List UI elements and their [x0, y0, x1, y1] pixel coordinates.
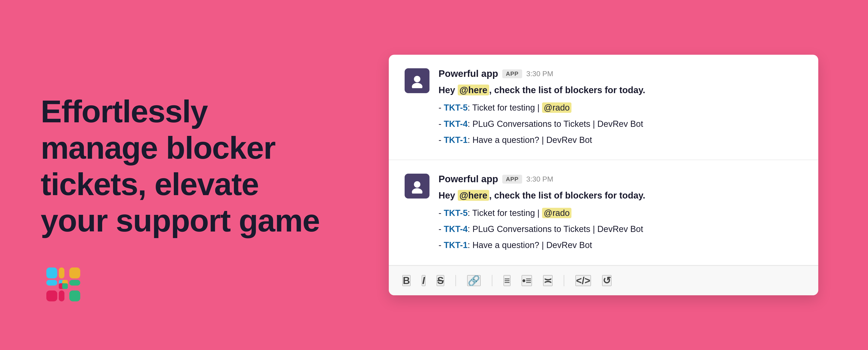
ticket-item-1-2: - TKT-4: PLuG Conversations to Tickets |…: [438, 118, 802, 130]
svg-rect-4: [46, 291, 57, 301]
ticket-link-tkt1-1[interactable]: TKT-1: [444, 135, 468, 145]
message-block-2: Powerful app APP 3:30 PM Hey @here, chec…: [389, 160, 818, 265]
svg-rect-11: [62, 283, 68, 289]
svg-point-12: [414, 76, 421, 82]
after-here-1: , check the list of blockers for today.: [489, 85, 645, 95]
slack-logo: [41, 260, 90, 309]
code-button[interactable]: </>: [576, 275, 591, 286]
message-text-1: Hey @here, check the list of blockers fo…: [438, 84, 802, 96]
app-badge-2: APP: [502, 175, 522, 183]
unordered-list-button[interactable]: •≡: [522, 275, 532, 286]
timestamp-1: 3:30 PM: [526, 70, 553, 78]
greeting-2: Hey: [438, 191, 458, 200]
message-text-2: Hey @here, check the list of blockers fo…: [438, 189, 802, 202]
sender-name-1: Powerful app: [438, 68, 498, 79]
svg-point-13: [412, 83, 423, 88]
ticket-prefix: -: [438, 103, 444, 112]
right-panel: Powerful app APP 3:30 PM Hey @here, chec…: [362, 0, 868, 350]
toolbar-separator-2: [492, 275, 492, 286]
indent-button[interactable]: ≍: [543, 275, 553, 286]
ticket-text-2: : PLuG Conversations to Tickets | DevRev…: [468, 119, 643, 129]
after-here-2: , check the list of blockers for today.: [489, 191, 645, 200]
ordered-list-button[interactable]: ≡: [504, 275, 510, 286]
ticket-list-1: - TKT-5: Ticket for testing | @rado - TK…: [438, 102, 802, 146]
ticket-link-tkt1-2[interactable]: TKT-1: [444, 240, 468, 250]
undo-button[interactable]: ↺: [602, 275, 612, 286]
ticket-text-5: : PLuG Conversations to Tickets | DevRev…: [468, 224, 643, 234]
message-content-1: Powerful app APP 3:30 PM Hey @here, chec…: [438, 68, 802, 146]
left-panel: Effortlessly manage blocker tickets, ele…: [0, 0, 362, 350]
ticket-item-2-1: - TKT-5: Ticket for testing | @rado: [438, 207, 802, 219]
greeting-1: Hey: [438, 85, 458, 95]
link-button[interactable]: 🔗: [467, 275, 480, 286]
ticket-link-tkt5-2[interactable]: TKT-5: [444, 208, 468, 218]
bold-button[interactable]: B: [402, 275, 410, 286]
headline: Effortlessly manage blocker tickets, ele…: [41, 93, 321, 239]
ticket-prefix: -: [438, 208, 444, 218]
message-content-2: Powerful app APP 3:30 PM Hey @here, chec…: [438, 174, 802, 252]
svg-rect-1: [46, 280, 57, 286]
ticket-item-1-1: - TKT-5: Ticket for testing | @rado: [438, 102, 802, 114]
editor-toolbar: B I S 🔗 ≡ •≡ ≍ </> ↺: [389, 265, 818, 295]
ticket-text-1: : Ticket for testing |: [468, 103, 542, 112]
avatar-1: [405, 68, 430, 93]
message-header-1: Powerful app APP 3:30 PM: [438, 68, 802, 79]
svg-rect-6: [69, 280, 80, 286]
ticket-list-2: - TKT-5: Ticket for testing | @rado - TK…: [438, 207, 802, 252]
italic-button[interactable]: I: [422, 275, 426, 286]
svg-point-14: [414, 181, 421, 188]
ticket-text-6: : Have a question? | DevRev Bot: [468, 240, 592, 250]
toolbar-separator-3: [564, 275, 564, 286]
strikethrough-button[interactable]: S: [437, 275, 444, 286]
ticket-link-tkt4-2[interactable]: TKT-4: [444, 224, 468, 234]
here-mention-2: @here: [458, 190, 489, 201]
ticket-link-tkt5-1[interactable]: TKT-5: [444, 103, 468, 112]
ticket-prefix: -: [438, 135, 444, 145]
avatar-2: [405, 174, 430, 199]
rado-mention-2: @rado: [542, 208, 572, 218]
rado-mention-1: @rado: [542, 103, 572, 113]
ticket-link-tkt4-1[interactable]: TKT-4: [444, 119, 468, 129]
ticket-prefix: -: [438, 224, 444, 234]
ticket-prefix: -: [438, 119, 444, 129]
ticket-prefix: -: [438, 240, 444, 250]
timestamp-2: 3:30 PM: [526, 175, 553, 183]
svg-rect-5: [59, 291, 64, 301]
ticket-item-1-3: - TKT-1: Have a question? | DevRev Bot: [438, 134, 802, 146]
app-badge-1: APP: [502, 69, 522, 78]
svg-rect-7: [69, 291, 80, 301]
message-block-1: Powerful app APP 3:30 PM Hey @here, chec…: [389, 55, 818, 160]
chat-container: Powerful app APP 3:30 PM Hey @here, chec…: [389, 55, 818, 295]
sender-name-2: Powerful app: [438, 174, 498, 184]
ticket-text-4: : Ticket for testing |: [468, 208, 542, 218]
svg-point-15: [412, 188, 423, 193]
toolbar-separator-1: [456, 275, 456, 286]
ticket-item-2-3: - TKT-1: Have a question? | DevRev Bot: [438, 239, 802, 251]
here-mention-1: @here: [458, 85, 489, 95]
message-header-2: Powerful app APP 3:30 PM: [438, 174, 802, 184]
svg-rect-0: [46, 267, 57, 278]
svg-rect-2: [59, 267, 64, 278]
ticket-text-3: : Have a question? | DevRev Bot: [468, 135, 592, 145]
svg-rect-3: [69, 267, 80, 278]
ticket-item-2-2: - TKT-4: PLuG Conversations to Tickets |…: [438, 223, 802, 235]
